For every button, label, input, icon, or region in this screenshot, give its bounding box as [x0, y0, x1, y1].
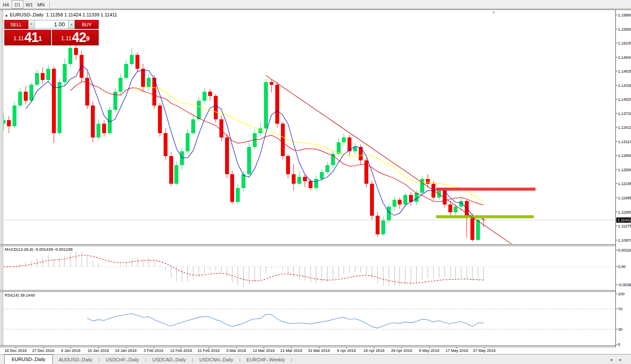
bid-price-tag: 1.11411 [616, 217, 631, 223]
axis-tick-mark [616, 198, 618, 198]
price-axis-tick: 1.14330 [618, 83, 631, 88]
tab-audusd[interactable]: AUDUSD-,Daily [53, 356, 99, 364]
candlestick-chart [3, 10, 615, 244]
tab-usdcnh[interactable]: USDCNH-,Daily [193, 356, 239, 364]
price-axis-tick: 1.12805 [618, 153, 631, 158]
axis-tick-mark [616, 212, 618, 212]
axis-tick-mark [616, 344, 618, 345]
date-axis-label: 31 Mar 2019 [308, 348, 330, 353]
macd-pane[interactable]: MACD(12,26,9) -0.001439 -0.001238 [3, 246, 615, 290]
chart-tab-bar: EURUSD-,DailyAUDUSD-,Daily|USDCHF-,Daily… [0, 354, 631, 364]
tab-eurusd[interactable]: EURUSD-,Daily [4, 354, 53, 364]
rsi-axis-tick: 30 [618, 327, 622, 332]
chart-window: ▼ ▲EURUSD-,Daily1.11358 1.11424 1.11339 … [0, 10, 631, 354]
price-axis-tick: 1.11275 [618, 224, 631, 228]
timeframe-toolbar: H4D1W1MN [0, 0, 631, 9]
tab-eurchf[interactable]: EURCHF-,Weekly [241, 356, 291, 364]
symbol-name: EURUSD-,Daily [10, 12, 44, 17]
axis-tick-mark [616, 250, 618, 250]
date-axis-label: 21 Mar 2019 [280, 348, 303, 353]
axis-tick-mark [616, 294, 618, 294]
chart-symbol-header: ▲EURUSD-,Daily1.11358 1.11424 1.11339 1.… [5, 12, 117, 17]
buy-price-display[interactable]: 1.11 42 9 [52, 30, 99, 45]
sell-price-display[interactable]: 1.11 41 1 [4, 30, 51, 45]
rsi-axis-tick: 100 [618, 292, 625, 296]
macd-axis-tick: 0.00328 [618, 248, 631, 252]
date-axis-label: 3 Mar 2019 [226, 348, 246, 353]
axis-tick-mark [616, 71, 618, 71]
tab-usdchf[interactable]: USDCHF-,Daily [100, 356, 145, 364]
price-axis-tick: 1.10970 [618, 238, 631, 243]
date-axis-label: 18 Apr 2019 [364, 348, 385, 353]
price-axis-tick: 1.13720 [618, 112, 631, 116]
price-axis-tick: 1.11885 [618, 196, 631, 200]
sell-button[interactable]: SELL [4, 20, 28, 29]
axis-tick-mark [616, 240, 618, 240]
axis-tick-mark [616, 226, 618, 226]
collapse-trade-panel-icon[interactable]: ▲ [5, 13, 8, 17]
macd-axis-tick: -0.00365 [618, 283, 631, 287]
window-border [1, 10, 1, 354]
date-axis-label: 18 Dec 2018 [4, 348, 26, 353]
tab-usdcad[interactable]: USDCAD-,Daily [146, 356, 192, 364]
price-axis-tick: 1.13415 [618, 125, 631, 130]
date-axis-label: 12 Feb 2019 [170, 348, 192, 353]
axis-tick-mark [616, 155, 618, 156]
date-axis-label: 6 Jan 2019 [61, 348, 80, 353]
rsi-axis-tick: 70 [618, 307, 622, 311]
sell-price-big: 41 [24, 31, 38, 44]
axis-tick-mark [616, 266, 618, 267]
axis-tick-mark [616, 329, 618, 329]
rsi-label: RSI(14) 39.1440 [5, 293, 35, 297]
date-axis-label: 29 Apr 2019 [391, 348, 412, 353]
axis-tick-mark [616, 43, 618, 43]
axis-tick-mark [616, 99, 618, 99]
date-axis: 18 Dec 201827 Dec 20186 Jan 201915 Jan 2… [0, 347, 631, 354]
timeframe-button-d1[interactable]: D1 [12, 0, 23, 9]
volume-decrease-button[interactable]: ▼ [28, 20, 35, 29]
axis-tick-mark [616, 127, 618, 128]
window-border [3, 10, 3, 354]
price-axis-tick: 1.14940 [618, 55, 631, 60]
price-axis-tick: 1.12195 [618, 182, 631, 186]
rsi-axis-tick: 0 [618, 342, 620, 347]
volume-increase-button[interactable]: ▲ [68, 20, 75, 29]
axis-tick-mark [616, 57, 618, 57]
toolbar-separator [49, 1, 50, 8]
price-axis-tick: 1.14635 [618, 69, 631, 73]
ohlc-values: 1.11358 1.11424 1.11339 1.11411 [46, 12, 117, 17]
price-pane[interactable]: ▼ ▲EURUSD-,Daily1.11358 1.11424 1.11339 … [3, 10, 615, 244]
axis-tick-mark [616, 284, 618, 285]
axis-tick-mark [616, 15, 618, 15]
axis-tick-mark [616, 309, 618, 309]
axis-tick-mark [616, 85, 618, 86]
axis-tick-mark [616, 29, 618, 29]
price-axis-tick: 1.13110 [618, 140, 631, 144]
tab-separator: | [291, 357, 292, 364]
date-axis-label: 3 Feb 2019 [144, 348, 164, 353]
chart-shift-marker-icon: ▼ [492, 10, 496, 15]
sell-price-pip: 1 [39, 30, 42, 47]
axis-tick-mark [616, 183, 618, 184]
date-axis-label: 9 Apr 2019 [337, 348, 356, 353]
macd-chart [3, 246, 615, 290]
date-axis-label: 21 Feb 2019 [198, 348, 220, 353]
price-axis-tick: 1.15550 [618, 27, 631, 32]
timeframe-button-mn[interactable]: MN [35, 0, 47, 9]
tab-scroll-arrows[interactable]: ◄► [609, 358, 628, 362]
price-axis: 1.158601.155501.152451.149401.146351.143… [615, 10, 631, 347]
axis-tick-mark [616, 113, 618, 114]
timeframe-button-h4[interactable]: H4 [0, 0, 12, 9]
timeframe-button-w1[interactable]: W1 [23, 0, 35, 9]
price-axis-tick: 1.11580 [618, 210, 631, 214]
tab-scroll-left-icon[interactable]: ◄ [609, 358, 619, 362]
tab-scroll-right-icon[interactable]: ► [619, 358, 628, 362]
axis-tick-mark [616, 141, 618, 142]
rsi-chart [3, 292, 615, 345]
macd-label: MACD(12,26,9) -0.001439 -0.001238 [5, 247, 73, 252]
buy-button[interactable]: BUY [75, 20, 99, 29]
volume-input[interactable] [35, 20, 68, 29]
price-axis-tick: 1.15245 [618, 41, 631, 45]
date-axis-label: 12 Mar 2019 [253, 348, 275, 353]
rsi-pane[interactable]: RSI(14) 39.1440 [3, 292, 615, 345]
